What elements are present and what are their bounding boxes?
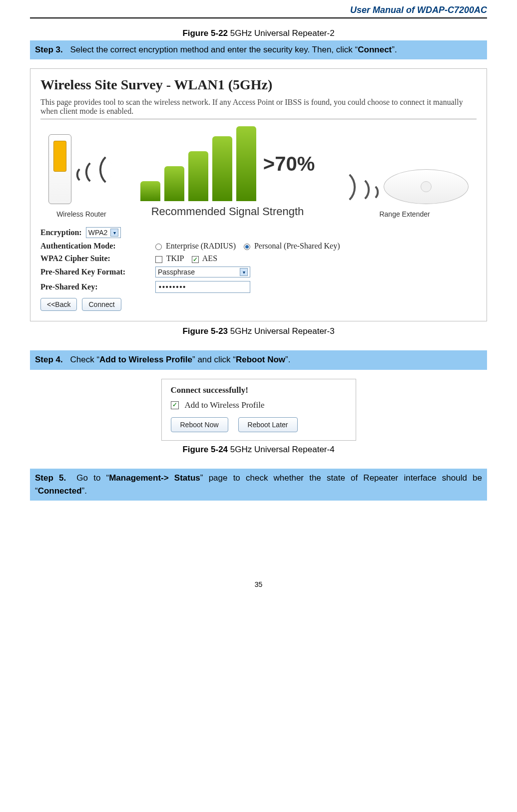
router-label: Wireless Router: [48, 210, 114, 218]
reboot-now-button[interactable]: Reboot Now: [171, 417, 228, 432]
add-profile-label: Add to Wireless Profile: [185, 400, 265, 410]
back-button[interactable]: <<Back: [40, 298, 77, 311]
step-5-post: ”.: [82, 486, 87, 496]
extender-column: Range Extender: [341, 169, 469, 218]
signal-percent: >70%: [263, 153, 315, 175]
chevron-down-icon: ▾: [240, 268, 248, 276]
cipher-label: WPA2 Cipher Suite:: [40, 254, 155, 263]
signal-diagram: Wireless Router >70% Recommended Signal …: [40, 126, 477, 218]
site-survey-screenshot: Wireless Site Survey - WLAN1 (5GHz) This…: [30, 68, 487, 321]
connect-button[interactable]: Connect: [82, 298, 121, 311]
pskfmt-value: Passphrase: [158, 268, 195, 276]
auth-opt-personal: Personal (Pre-Shared Key): [254, 242, 340, 250]
step-3-label: Step 3.: [35, 45, 68, 54]
auth-radio-personal[interactable]: [244, 244, 250, 250]
signal-waves-right-icon: [74, 160, 114, 181]
figure-22-text: 5GHz Universal Repeater-2: [228, 28, 335, 38]
step-4-bold1: Add to Wireless Profile: [99, 355, 192, 364]
step-4-box: Step 4. Check “Add to Wireless Profile” …: [30, 350, 487, 369]
figure-24-label: Figure 5-24: [182, 445, 228, 454]
step-3-pre: Select the correct encryption method and…: [70, 45, 358, 54]
step-4-mid: ” and click “: [192, 355, 236, 364]
pskfmt-label: Pre-Shared Key Format:: [40, 268, 155, 276]
doc-header: User Manual of WDAP-C7200AC: [0, 0, 517, 17]
connect-success-screenshot: Connect successfully! Add to Wireless Pr…: [161, 379, 356, 441]
survey-form: Encryption: WPA2 ▾ Authentication Mode: …: [40, 227, 477, 311]
router-icon: [48, 134, 71, 204]
auth-opt-enterprise: Enterprise (RADIUS): [166, 242, 236, 250]
figure-22-label: Figure 5-22: [182, 28, 228, 38]
extender-label: Range Extender: [341, 210, 469, 218]
figure-24-text: 5GHz Universal Repeater-4: [228, 445, 335, 454]
signal-waves-left-icon: [341, 178, 381, 199]
pskfmt-select[interactable]: Passphrase ▾: [155, 267, 250, 277]
psk-input[interactable]: ••••••••: [155, 281, 250, 293]
figure-23-label: Figure 5-23: [182, 326, 228, 336]
extender-icon: [384, 169, 469, 204]
connect-success-title: Connect successfully!: [171, 385, 347, 395]
recommended-label: Recommended Signal Strength: [140, 205, 315, 218]
figure-24-caption: Figure 5-24 5GHz Universal Repeater-4: [30, 445, 487, 455]
reboot-later-button[interactable]: Reboot Later: [238, 417, 298, 432]
encryption-value: WPA2: [88, 229, 108, 237]
step-4-post: ”.: [285, 355, 290, 364]
cipher-opt-aes: AES: [202, 254, 217, 263]
figure-23-caption: Figure 5-23 5GHz Universal Repeater-3: [30, 326, 487, 336]
header-rule: [30, 17, 487, 18]
cipher-opt-tkip: TKIP: [166, 254, 184, 263]
step-5-label: Step 5.: [35, 473, 71, 483]
auth-radio-enterprise[interactable]: [155, 244, 162, 250]
figure-22-caption: Figure 5-22 5GHz Universal Repeater-2: [30, 28, 487, 38]
router-column: Wireless Router: [48, 134, 114, 218]
survey-desc: This page provides tool to scan the wire…: [40, 98, 477, 116]
page-number: 35: [30, 580, 487, 588]
psk-label: Pre-Shared Key:: [40, 282, 155, 291]
figure-23-text: 5GHz Universal Repeater-3: [228, 326, 335, 336]
encryption-label: Encryption:: [40, 228, 82, 237]
step-5-bold1: Management-> Status: [109, 473, 200, 483]
step-4-pre: Check “: [70, 355, 99, 364]
step-3-bold: Connect: [358, 45, 392, 54]
encryption-select[interactable]: WPA2 ▾: [86, 227, 121, 238]
cipher-checkbox-aes[interactable]: [192, 256, 199, 263]
step-3-post: ”.: [392, 45, 397, 54]
step-5-box: Step 5. Go to “Management-> Status” page…: [30, 469, 487, 501]
signal-bars-column: >70% Recommended Signal Strength: [140, 126, 315, 218]
step-3-box: Step 3. Select the correct encryption me…: [30, 40, 487, 59]
step-4-label: Step 4.: [35, 355, 68, 364]
cipher-checkbox-tkip[interactable]: [155, 256, 162, 263]
step-5-pre: Go to “: [76, 473, 109, 483]
add-profile-checkbox[interactable]: [171, 401, 179, 409]
chevron-down-icon: ▾: [110, 229, 118, 237]
auth-label: Authentication Mode:: [40, 242, 155, 251]
survey-heading: Wireless Site Survey - WLAN1 (5GHz): [40, 77, 477, 93]
signal-bars-icon: [140, 126, 256, 201]
step-4-bold2: Reboot Now: [236, 355, 285, 364]
step-5-bold2: Connected: [38, 486, 82, 496]
survey-divider: [40, 119, 477, 119]
